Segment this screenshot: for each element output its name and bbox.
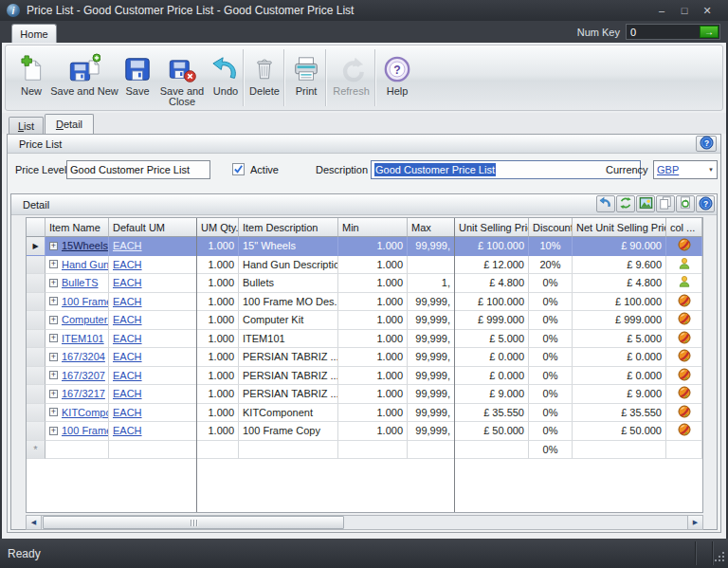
table-row[interactable]: +100 Frame C...EACH1.000100 Frame Copy1.… bbox=[27, 422, 702, 441]
currency-value-link[interactable]: GBP bbox=[657, 164, 679, 175]
expand-icon[interactable]: + bbox=[49, 297, 58, 305]
ribbon-button-save[interactable]: Save bbox=[120, 48, 155, 107]
expand-icon[interactable]: + bbox=[49, 408, 58, 416]
ribbon-tab-home[interactable]: Home bbox=[11, 24, 57, 43]
grid-header-net-unit-selling-price[interactable]: Net Unit Selling Price bbox=[573, 218, 666, 237]
item-name-link[interactable]: 167/3207 bbox=[62, 370, 105, 381]
default-um-link[interactable]: EACH bbox=[113, 425, 142, 436]
ribbon-button-new[interactable]: New bbox=[13, 48, 49, 107]
table-row[interactable]: +KITComponentEACH1.000KITComponent1.0009… bbox=[27, 404, 702, 423]
detail-toolbar-button-refresh-green-icon[interactable] bbox=[616, 195, 635, 212]
default-um-link[interactable]: EACH bbox=[113, 314, 142, 325]
grid-header-item-description[interactable]: Item Description bbox=[239, 218, 338, 237]
ribbon-button-save-and-close[interactable]: Save and Close bbox=[155, 48, 209, 107]
ribbon-button-help[interactable]: ?Help bbox=[377, 48, 417, 107]
ribbon-button-delete[interactable]: Delete bbox=[246, 48, 283, 107]
sphere-icon bbox=[678, 331, 691, 346]
grid-header-min[interactable]: Min bbox=[338, 218, 408, 237]
item-name-link[interactable]: 100 Frame bbox=[62, 296, 109, 307]
expand-icon[interactable]: + bbox=[49, 242, 58, 250]
expand-icon[interactable]: + bbox=[49, 390, 58, 398]
default-um-link[interactable]: EACH bbox=[113, 333, 142, 344]
grid-header-default-um[interactable]: Default UM bbox=[109, 218, 197, 237]
default-um-link[interactable]: EACH bbox=[113, 407, 142, 418]
resize-grip-icon[interactable] bbox=[714, 551, 725, 565]
table-row[interactable]: +BulleTSEACH1.000Bullets1.0001,£ 4.8000%… bbox=[27, 274, 702, 293]
checkmark-icon bbox=[233, 164, 244, 174]
cell-desc: ITEM101 bbox=[239, 330, 338, 349]
table-row[interactable]: +ITEM101EACH1.000ITEM1011.00099,999,£ 5.… bbox=[27, 330, 702, 349]
ribbon-button-undo[interactable]: Undo bbox=[209, 48, 243, 107]
table-row[interactable]: +167/3217EACH1.000PERSIAN TABRIZ ...1.00… bbox=[27, 385, 702, 404]
price-level-input[interactable]: Good Customer Price List bbox=[66, 160, 210, 179]
default-um-link[interactable]: EACH bbox=[113, 351, 142, 362]
item-name-link[interactable]: 167/3204 bbox=[62, 351, 105, 362]
scroll-right-button[interactable]: ▶ bbox=[687, 516, 702, 529]
item-name-link[interactable]: 15Wheels bbox=[62, 240, 108, 251]
scrollbar-track[interactable] bbox=[42, 516, 687, 529]
expand-icon[interactable]: + bbox=[49, 260, 58, 268]
detail-toolbar-button-copy-icon[interactable] bbox=[656, 195, 675, 212]
expand-icon[interactable]: + bbox=[49, 279, 58, 287]
cell-qty bbox=[197, 441, 239, 460]
num-key-go-button[interactable]: → bbox=[700, 26, 719, 38]
item-name-link[interactable]: ITEM101 bbox=[62, 333, 104, 344]
table-row[interactable]: +Computer KitEACH1.000Computer Kit1.0009… bbox=[27, 311, 702, 330]
default-um-link[interactable]: EACH bbox=[113, 296, 142, 307]
item-name-link[interactable]: 167/3217 bbox=[62, 388, 105, 399]
chevron-down-icon[interactable]: ▼ bbox=[702, 167, 714, 173]
num-key-input[interactable]: 0 → bbox=[626, 24, 720, 40]
scrollbar-thumb[interactable] bbox=[43, 516, 344, 529]
tab-list[interactable]: List bbox=[9, 117, 44, 134]
table-row[interactable]: +167/3204EACH1.000PERSIAN TABRIZ ...1.00… bbox=[27, 348, 702, 367]
horizontal-scrollbar[interactable]: ◀ ▶ bbox=[26, 515, 703, 530]
grid-header-row: Item NameDefault UMUM Qty.Item Descripti… bbox=[27, 218, 702, 237]
cell-discount: 0% bbox=[529, 293, 573, 312]
expand-icon[interactable]: + bbox=[49, 353, 58, 361]
grid-header-unit-selling-price[interactable]: Unit Selling Price bbox=[455, 218, 529, 237]
tab-detail[interactable]: Detail bbox=[45, 114, 94, 134]
table-row[interactable]: +167/3207EACH1.000PERSIAN TABRIZ ...1.00… bbox=[27, 367, 702, 386]
item-name-link[interactable]: KITComponent bbox=[62, 407, 109, 418]
default-um-link[interactable]: EACH bbox=[113, 240, 142, 251]
default-um-link[interactable]: EACH bbox=[113, 370, 142, 381]
expand-icon[interactable]: + bbox=[49, 316, 58, 324]
detail-toolbar-button-help-small-icon[interactable]: ? bbox=[696, 195, 715, 212]
item-name-link[interactable]: Computer Kit bbox=[62, 314, 109, 325]
grid-new-row[interactable]: *0% bbox=[27, 441, 702, 460]
active-checkbox[interactable] bbox=[232, 163, 245, 175]
default-um-link[interactable]: EACH bbox=[113, 388, 142, 399]
detail-toolbar-button-picture-icon[interactable] bbox=[636, 195, 655, 212]
grid-header-max[interactable]: Max bbox=[408, 218, 455, 237]
cell-col-icon bbox=[666, 293, 702, 312]
grid-header-um-qty[interactable]: UM Qty. bbox=[197, 218, 239, 237]
currency-combo[interactable]: GBP ▼ bbox=[653, 160, 718, 179]
ribbon-button-save-and-new[interactable]: Save and New bbox=[50, 48, 118, 107]
detail-toolbar-button-export-icon[interactable] bbox=[676, 195, 695, 212]
description-input[interactable]: Good Customer Price List bbox=[371, 160, 641, 179]
grid-header-item-name[interactable]: Item Name bbox=[46, 218, 109, 237]
status-bar: Ready bbox=[0, 539, 728, 568]
ribbon-button-print[interactable]: Print bbox=[287, 48, 325, 107]
close-button[interactable]: ✕ bbox=[696, 3, 719, 18]
grid-header-col[interactable]: col ... bbox=[666, 218, 702, 237]
scroll-left-button[interactable]: ◀ bbox=[27, 516, 42, 529]
item-name-link[interactable]: Hand Gun bbox=[62, 259, 109, 270]
cell-price: £ 0.000 bbox=[455, 367, 529, 386]
expand-icon[interactable]: + bbox=[49, 427, 58, 435]
default-um-link[interactable]: EACH bbox=[113, 259, 142, 270]
default-um-link[interactable]: EACH bbox=[113, 277, 142, 288]
minimize-button[interactable]: – bbox=[650, 3, 673, 18]
expand-icon[interactable]: + bbox=[49, 371, 58, 379]
item-name-link[interactable]: BulleTS bbox=[62, 277, 99, 288]
item-name-link[interactable]: 100 Frame C... bbox=[62, 425, 109, 436]
table-row[interactable]: +Hand GunEACH1.000Hand Gun Description1.… bbox=[27, 256, 702, 275]
cell-price: £ 4.800 bbox=[455, 274, 529, 293]
price-list-help-button[interactable]: ? bbox=[696, 136, 717, 152]
detail-toolbar-button-undo-small-icon[interactable] bbox=[596, 195, 615, 212]
expand-icon[interactable]: + bbox=[49, 334, 58, 342]
table-row[interactable]: ▶+15Wheels▼EACH1.00015" Wheels1.00099,99… bbox=[27, 237, 702, 256]
grid-header-discount[interactable]: Discount bbox=[529, 218, 573, 237]
table-row[interactable]: +100 FrameEACH1.000100 Frame MO Des...1.… bbox=[27, 293, 702, 312]
maximize-button[interactable]: □ bbox=[673, 3, 696, 18]
